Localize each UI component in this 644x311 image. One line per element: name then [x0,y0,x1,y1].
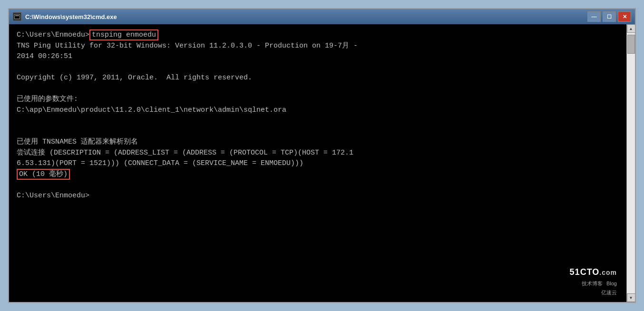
watermark-tech-blog: 技术博客 [582,280,603,288]
terminal-output[interactable]: C:\Users\Enmoedu>tnsping enmoedu TNS Pin… [9,24,626,302]
watermark: 51CTO.com 技术博客 Blog 亿速云 [570,266,617,296]
output-line-2: TNS Ping Utility for 32-bit Windows: Ver… [17,41,619,52]
command-line: C:\Users\Enmoedu>tnsping enmoedu [17,30,619,41]
watermark-subtitle: 技术博客 Blog [582,280,617,288]
scroll-down-button[interactable]: ▼ [627,293,635,302]
output-line-3: 2014 00:26:51 [17,51,619,62]
output-line-12: 尝试连接 (DESCRIPTION = (ADDRESS_LIST = (ADD… [17,148,619,159]
output-line-5: Copyright (c) 1997, 2011, Oracle. All ri… [17,73,619,84]
title-bar: C:\Windows\system32\cmd.exe — ☐ ✕ [9,9,635,24]
scrollbar[interactable]: ▲ ▼ [626,24,635,302]
output-line-8: C:\app\Enmoedu\product\11.2.0\client_1\n… [17,105,619,116]
output-line-13: 6.53.131)(PORT = 1521))) (CONNECT_DATA =… [17,158,619,169]
watermark-com: .com [599,269,617,276]
output-line-11: 已使用 TNSNAMES 适配器来解析别名 [17,137,619,148]
minimize-button[interactable]: — [587,11,601,22]
final-prompt: C:\Users\Enmoedu> [17,191,619,202]
maximize-button[interactable]: ☐ [603,11,616,22]
empty-line-10 [17,126,619,137]
tnsping-command: tnsping enmoedu [89,29,158,40]
prompt-1: C:\Users\Enmoedu> [17,31,89,39]
window-controls: — ☐ ✕ [587,11,631,22]
scrollbar-track[interactable] [627,33,635,293]
watermark-logo-text: 51CTO [570,267,600,277]
empty-line-6 [17,84,619,95]
empty-line-15 [17,180,619,191]
empty-line-9 [17,116,619,126]
window-title: C:\Windows\system32\cmd.exe [25,13,117,20]
scrollbar-thumb[interactable] [627,35,635,54]
watermark-logo: 51CTO.com [570,266,617,279]
close-button[interactable]: ✕ [618,11,631,22]
empty-line-4 [17,62,619,73]
title-bar-left: C:\Windows\system32\cmd.exe [13,12,117,21]
watermark-yisuyun: 亿速云 [601,289,617,297]
scroll-up-button[interactable]: ▲ [627,24,635,33]
cmd-window: C:\Windows\system32\cmd.exe — ☐ ✕ C:\Use… [8,8,636,303]
content-area: C:\Users\Enmoedu>tnsping enmoedu TNS Pin… [9,24,635,302]
output-line-7: 已使用的参数文件: [17,94,619,105]
ok-line: OK (10 毫秒) [17,169,619,180]
watermark-blog: Blog [606,280,617,288]
cmd-icon [13,12,21,21]
ok-result: OK (10 毫秒) [17,169,70,180]
